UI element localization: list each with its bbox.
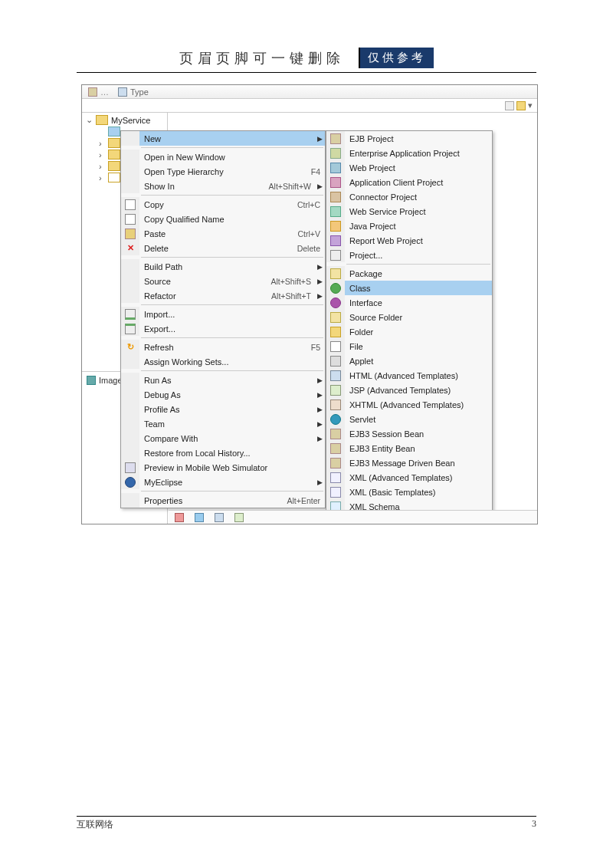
submenu-item-ejb3-message-driven-bean[interactable]: EJB3 Message Driven Bean <box>326 455 492 470</box>
menu-item-copy-qualified-name[interactable]: Copy Qualified Name <box>121 212 325 226</box>
submenu-item-folder[interactable]: Folder <box>326 324 492 339</box>
menu-item-show-in[interactable]: Show InAlt+Shift+W▶ <box>121 179 325 193</box>
submenu-arrow-icon: ▶ <box>316 435 325 442</box>
menu-icon-column <box>121 274 139 288</box>
collapse-icon[interactable] <box>505 101 514 110</box>
submenu-item-html-advanced-templates[interactable]: HTML (Advanced Templates) <box>326 368 492 383</box>
menu-shortcut: Ctrl+V <box>298 229 325 238</box>
bottom-tab[interactable] <box>195 513 204 522</box>
menu-label: Refresh <box>139 343 311 352</box>
menu-item-run-as[interactable]: Run As▶ <box>121 373 325 387</box>
submenu-item-report-web-project[interactable]: Report Web Project <box>326 233 492 248</box>
submenu-item-java-project[interactable]: Java Project <box>326 219 492 233</box>
submenu-item-project[interactable]: Project... <box>326 248 492 262</box>
menu-item-profile-as[interactable]: Profile As▶ <box>121 402 325 416</box>
menu-item-team[interactable]: Team▶ <box>121 416 325 431</box>
submenu-item-source-folder[interactable]: Source Folder <box>326 310 492 324</box>
submenu-item-applet[interactable]: Applet <box>326 353 492 368</box>
menu-item-source[interactable]: SourceAlt+Shift+S▶ <box>121 274 325 288</box>
menu-label: Java Project <box>345 222 492 231</box>
menu-item-refresh[interactable]: ↻RefreshF5 <box>121 340 325 354</box>
submenu-item-servlet[interactable]: Servlet <box>326 412 492 426</box>
menu-label: Servlet <box>345 415 492 424</box>
page-number: 3 <box>532 818 536 831</box>
web-icon <box>330 163 341 173</box>
e3s-icon <box>330 429 341 439</box>
menu-label: XHTML (Advanced Templates) <box>345 400 492 409</box>
menu-item-refactor[interactable]: RefactorAlt+Shift+T▶ <box>121 288 325 303</box>
submenu-item-application-client-project[interactable]: Application Client Project <box>326 175 492 189</box>
submenu-item-ejb-project[interactable]: EJB Project <box>326 131 492 146</box>
expand-icon[interactable]: ⌄ <box>85 115 93 125</box>
link-icon[interactable] <box>516 101 526 110</box>
submenu-arrow-icon: ▶ <box>316 406 325 413</box>
menu-label: Preview in Mobile Web Simulator <box>139 463 325 472</box>
problems-icon <box>175 513 184 522</box>
context-menu: New▶Open in New WindowOpen Type Hierarch… <box>120 130 326 508</box>
copy-icon <box>125 199 136 210</box>
submenu-arrow-icon: ▶ <box>316 182 325 190</box>
menu-item-preview-in-mobile-web-simulator[interactable]: Preview in Mobile Web Simulator <box>121 460 325 475</box>
submenu-item-xhtml-advanced-templates[interactable]: XHTML (Advanced Templates) <box>326 397 492 412</box>
menu-item-properties[interactable]: PropertiesAlt+Enter <box>121 493 325 508</box>
menu-item-open-type-hierarchy[interactable]: Open Type HierarchyF4 <box>121 164 325 179</box>
menu-icon-column <box>326 470 345 485</box>
menu-item-compare-with[interactable]: Compare With▶ <box>121 431 325 446</box>
header-rule <box>77 72 536 73</box>
submenu-item-ejb3-session-bean[interactable]: EJB3 Session Bean <box>326 426 492 441</box>
submenu-arrow-icon: ▶ <box>316 278 325 285</box>
header-title: 页眉页脚可一键删除 <box>179 49 345 67</box>
cls-icon <box>330 283 341 294</box>
tab-type-label[interactable]: Type <box>130 87 149 97</box>
submenu-item-connector-project[interactable]: Connector Project <box>326 189 492 204</box>
aplt-icon <box>330 356 341 367</box>
ref-icon: ↻ <box>125 342 136 353</box>
bottom-tab[interactable] <box>215 513 224 522</box>
menu-item-copy[interactable]: CopyCtrl+C <box>121 197 325 212</box>
menu-shortcut: Alt+Shift+W <box>269 182 316 191</box>
menu-separator <box>141 195 323 196</box>
submenu-item-web-service-project[interactable]: Web Service Project <box>326 204 492 219</box>
menu-icon-column <box>326 383 345 397</box>
submenu-item-jsp-advanced-templates[interactable]: JSP (Advanced Templates) <box>326 383 492 397</box>
submenu-item-interface[interactable]: Interface <box>326 295 492 310</box>
menu-item-build-path[interactable]: Build Path▶ <box>121 259 325 274</box>
menu-icon-column <box>121 431 139 446</box>
submenu-item-xml-basic-templates[interactable]: XML (Basic Templates) <box>326 485 492 499</box>
submenu-item-xml-advanced-templates[interactable]: XML (Advanced Templates) <box>326 470 492 485</box>
menu-item-export[interactable]: Export... <box>121 321 325 336</box>
menu-icon-column <box>326 248 345 262</box>
menu-label: Source Folder <box>345 313 492 322</box>
menu-icon-column <box>326 485 345 499</box>
submenu-item-ejb3-entity-bean[interactable]: EJB3 Entity Bean <box>326 441 492 455</box>
bottom-tab[interactable] <box>234 513 244 522</box>
menu-label: Copy Qualified Name <box>139 215 325 224</box>
submenu-item-package[interactable]: Package <box>326 266 492 281</box>
submenu-arrow-icon: ▶ <box>316 420 325 428</box>
tree-root[interactable]: ⌄ MyService <box>82 114 167 126</box>
menu-item-new[interactable]: New▶ <box>121 131 325 146</box>
submenu-item-enterprise-application-project[interactable]: Enterprise Application Project <box>326 146 492 160</box>
menu-icon-column <box>326 160 345 175</box>
submenu-item-class[interactable]: Class <box>326 281 492 295</box>
menu-icon-column <box>326 131 345 146</box>
view-menu-icon[interactable]: ▾ <box>528 100 533 110</box>
submenu-item-web-project[interactable]: Web Project <box>326 160 492 175</box>
e3m-icon <box>330 458 341 469</box>
submenu-item-file[interactable]: File <box>326 339 492 353</box>
bottom-tab[interactable] <box>175 513 184 522</box>
menu-item-debug-as[interactable]: Debug As▶ <box>121 387 325 402</box>
menu-item-restore-from-local-history[interactable]: Restore from Local History... <box>121 446 325 460</box>
int-icon <box>330 298 341 308</box>
menu-icon-column <box>326 281 345 295</box>
menu-label: Applet <box>345 357 492 366</box>
menu-separator <box>141 304 323 305</box>
menu-item-open-in-new-window[interactable]: Open in New Window <box>121 150 325 164</box>
menu-item-assign-working-sets[interactable]: Assign Working Sets... <box>121 354 325 369</box>
menu-label: Class <box>345 284 492 293</box>
menu-item-myeclipse[interactable]: MyEclipse▶ <box>121 475 325 489</box>
menu-item-delete[interactable]: ✕DeleteDelete <box>121 241 325 255</box>
menu-item-paste[interactable]: PasteCtrl+V <box>121 226 325 241</box>
menu-icon-column <box>326 204 345 219</box>
menu-item-import[interactable]: Import... <box>121 307 325 321</box>
